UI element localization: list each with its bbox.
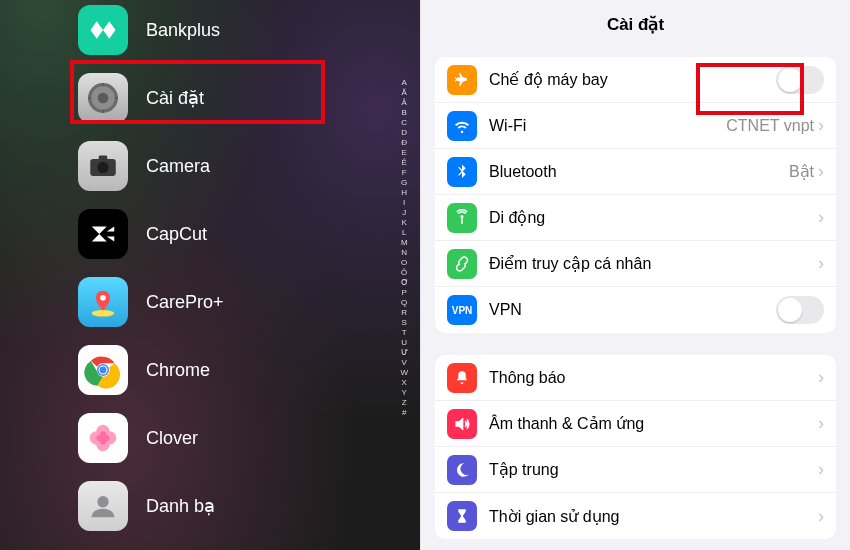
row-bluetooth[interactable]: Bluetooth Bật › <box>435 149 836 195</box>
chevron-right-icon: › <box>818 459 824 480</box>
wifi-icon <box>447 111 477 141</box>
speaker-icon <box>447 409 477 439</box>
carepro-icon <box>78 277 128 327</box>
app-label: Cài đặt <box>146 87 204 109</box>
row-notifications[interactable]: Thông báo › <box>435 355 836 401</box>
chevron-right-icon: › <box>818 413 824 434</box>
row-label: Chế độ máy bay <box>489 70 776 89</box>
row-hotspot[interactable]: Điểm truy cập cá nhân › <box>435 241 836 287</box>
hourglass-icon <box>447 501 477 531</box>
airplane-icon <box>447 65 477 95</box>
app-row-contacts[interactable]: Danh bạ <box>78 476 368 536</box>
row-label: Điểm truy cập cá nhân <box>489 254 818 273</box>
chevron-right-icon: › <box>818 207 824 228</box>
app-label: CapCut <box>146 224 207 245</box>
chevron-right-icon: › <box>818 253 824 274</box>
vpn-icon: VPN <box>447 295 477 325</box>
svg-point-10 <box>92 310 115 317</box>
camera-icon <box>78 141 128 191</box>
app-row-chrome[interactable]: Chrome <box>78 340 368 400</box>
app-library-pane: Bankplus Cài đặt Camera CapCut CarePro+ <box>0 0 420 550</box>
row-value: Bật <box>789 162 814 181</box>
bluetooth-icon <box>447 157 477 187</box>
row-sounds[interactable]: Âm thanh & Cảm ứng › <box>435 401 836 447</box>
svg-point-15 <box>100 367 107 374</box>
app-row-settings[interactable]: Cài đặt <box>78 68 368 128</box>
svg-point-16 <box>97 496 108 507</box>
antenna-icon <box>447 203 477 233</box>
settings-group-system: Thông báo › Âm thanh & Cảm ứng › Tập tru… <box>435 355 836 539</box>
row-airplane[interactable]: Chế độ máy bay <box>435 57 836 103</box>
app-label: Bankplus <box>146 20 220 41</box>
chevron-right-icon: › <box>818 506 824 527</box>
app-row-clover[interactable]: Clover <box>78 408 368 468</box>
row-cellular[interactable]: Di động › <box>435 195 836 241</box>
svg-point-11 <box>100 295 106 301</box>
link-icon <box>447 249 477 279</box>
moon-icon <box>447 455 477 485</box>
app-label: Clover <box>146 428 198 449</box>
toggle-vpn[interactable] <box>776 296 824 324</box>
row-value: CTNET vnpt <box>726 117 814 135</box>
chrome-icon <box>78 345 128 395</box>
app-label: CarePro+ <box>146 292 224 313</box>
alpha-index[interactable]: AĂÂBCDĐEÊFGHIJKLMNOÔƠPQRSTUƯVWXYZ# <box>400 78 408 418</box>
row-label: Tập trung <box>489 460 818 479</box>
chevron-right-icon: › <box>818 161 824 182</box>
row-screentime[interactable]: Thời gian sử dụng › <box>435 493 836 539</box>
row-label: Thông báo <box>489 369 818 387</box>
page-title: Cài đặt <box>421 2 850 49</box>
svg-rect-18 <box>461 218 463 224</box>
row-label: VPN <box>489 301 776 319</box>
app-label: Danh bạ <box>146 495 215 517</box>
settings-icon <box>78 73 128 123</box>
row-label: Thời gian sử dụng <box>489 507 818 526</box>
app-list: Bankplus Cài đặt Camera CapCut CarePro+ <box>78 0 368 544</box>
bankplus-icon <box>78 5 128 55</box>
row-wifi[interactable]: Wi-Fi CTNET vnpt › <box>435 103 836 149</box>
row-label: Di động <box>489 208 818 227</box>
row-label: Bluetooth <box>489 163 789 181</box>
app-label: Camera <box>146 156 210 177</box>
svg-point-8 <box>97 162 108 173</box>
chevron-right-icon: › <box>818 367 824 388</box>
bell-icon <box>447 363 477 393</box>
settings-pane: Cài đặt Chế độ máy bay Wi-Fi CTNET vnpt … <box>420 0 850 550</box>
settings-group-connectivity: Chế độ máy bay Wi-Fi CTNET vnpt › Blueto… <box>435 57 836 333</box>
svg-rect-9 <box>99 155 108 159</box>
toggle-airplane[interactable] <box>776 66 824 94</box>
app-row-camera[interactable]: Camera <box>78 136 368 196</box>
app-label: Chrome <box>146 360 210 381</box>
row-vpn[interactable]: VPN VPN <box>435 287 836 333</box>
chevron-right-icon: › <box>818 115 824 136</box>
app-row-bankplus[interactable]: Bankplus <box>78 0 368 60</box>
capcut-icon <box>78 209 128 259</box>
svg-point-17 <box>461 215 464 218</box>
row-focus[interactable]: Tập trung › <box>435 447 836 493</box>
app-row-capcut[interactable]: CapCut <box>78 204 368 264</box>
row-label: Âm thanh & Cảm ứng <box>489 414 818 433</box>
app-row-carepro[interactable]: CarePro+ <box>78 272 368 332</box>
row-label: Wi-Fi <box>489 117 726 135</box>
contacts-icon <box>78 481 128 531</box>
svg-point-2 <box>98 93 109 104</box>
clover-icon <box>78 413 128 463</box>
